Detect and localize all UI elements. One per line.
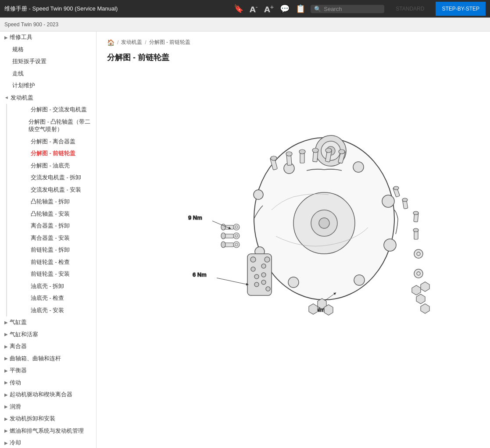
svg-text:9 Nm: 9 Nm bbox=[188, 214, 202, 221]
sidebar-item-label: 规格 bbox=[12, 46, 24, 54]
sidebar-item-26[interactable]: ▶曲轴箱、曲轴和连杆 bbox=[0, 353, 96, 365]
sidebar-item-label: 扭矩扳手设置 bbox=[12, 58, 46, 66]
sidebar-item-15[interactable]: 离合器盖 - 拆卸 bbox=[6, 220, 96, 232]
sidebar-item-25[interactable]: ▶离合器 bbox=[0, 341, 96, 353]
svg-point-60 bbox=[271, 156, 277, 160]
search-input[interactable] bbox=[324, 6, 381, 12]
note-icon[interactable]: 📋 bbox=[296, 4, 305, 14]
app-title: 维修手册 - Speed Twin 900 (Service Manual) bbox=[4, 5, 229, 13]
chevron-icon: ▶ bbox=[4, 404, 8, 410]
sidebar-item-label: 起动机驱动和楔块离合器 bbox=[10, 391, 72, 399]
svg-point-3 bbox=[319, 218, 329, 228]
bookmark-icon[interactable]: 🔖 bbox=[234, 4, 243, 14]
breadcrumb-engine-cover[interactable]: 发动机盖 bbox=[121, 39, 142, 46]
sidebar-item-label: 走线 bbox=[12, 70, 24, 78]
sidebar-item-3[interactable]: 走线 bbox=[0, 68, 96, 80]
svg-marker-26 bbox=[416, 294, 425, 304]
sidebar-item-label: 气缸盖 bbox=[10, 319, 27, 327]
sidebar-item-11[interactable]: 交流发电机盖 - 拆卸 bbox=[6, 172, 96, 184]
breadcrumb: 🏠 / 发动机盖 / 分解图 - 前链轮盖 bbox=[107, 39, 479, 46]
svg-line-55 bbox=[217, 278, 247, 284]
svg-marker-27 bbox=[421, 304, 429, 313]
sidebar-item-label: 传动 bbox=[10, 379, 21, 387]
sidebar-item-label: 凸轮轴盖 - 安装 bbox=[31, 210, 70, 218]
svg-point-7 bbox=[384, 239, 396, 251]
text-decrease-icon[interactable]: 𝗔- bbox=[250, 3, 258, 14]
breadcrumb-current[interactable]: 分解图 - 前链轮盖 bbox=[149, 39, 191, 46]
sidebar-item-6[interactable]: 分解图 - 交流发电机盖 bbox=[6, 104, 96, 116]
sidebar-item-4[interactable]: 计划维护 bbox=[0, 80, 96, 92]
standard-mode-button[interactable]: STANDARD bbox=[390, 2, 430, 16]
sidebar-item-30[interactable]: ▶润滑 bbox=[0, 401, 96, 413]
sidebar-item-16[interactable]: 离合器盖 - 安装 bbox=[6, 232, 96, 245]
svg-point-68 bbox=[325, 148, 332, 153]
chevron-icon: ▶ bbox=[4, 416, 8, 422]
sidebar-item-19[interactable]: 前链轮盖 - 安装 bbox=[6, 268, 96, 281]
sidebar-item-28[interactable]: ▶传动 bbox=[0, 377, 96, 389]
svg-point-8 bbox=[354, 275, 365, 285]
text-increase-icon[interactable]: 𝗔+ bbox=[264, 3, 274, 14]
sidebar-item-5[interactable]: ▼发动机盖 bbox=[0, 92, 96, 104]
topbar-icons: 🔖 𝗔- 𝗔+ 💬 📋 bbox=[234, 3, 306, 14]
sidebar-item-label: 分解图 - 凸轮轴盖（带二级空气喷射） bbox=[29, 118, 93, 134]
breadcrumb-home[interactable]: 🏠 bbox=[107, 39, 114, 46]
svg-point-49 bbox=[233, 233, 240, 239]
svg-marker-25 bbox=[421, 282, 429, 292]
svg-point-38 bbox=[261, 273, 266, 277]
sidebar-item-0[interactable]: ▶维修工具 bbox=[0, 32, 96, 44]
exploded-diagram: 9 Nm 6 Nm 9 Nm bbox=[136, 83, 451, 355]
sidebar-item-32[interactable]: ▶燃油和排气系统与发动机管理 bbox=[0, 425, 96, 437]
sidebar-item-21[interactable]: 油底壳 - 检查 bbox=[6, 292, 96, 305]
sidebar-item-14[interactable]: 凸轮轴盖 - 安装 bbox=[6, 208, 96, 220]
svg-point-13 bbox=[393, 186, 399, 190]
stepbystep-mode-button[interactable]: STEP-BY-STEP bbox=[436, 2, 486, 16]
sidebar-item-label: 离合器盖 - 安装 bbox=[31, 235, 70, 242]
sidebar-item-label: 发动机盖 bbox=[11, 94, 33, 102]
sidebar-item-7[interactable]: 分解图 - 凸轮轴盖（带二级空气喷射） bbox=[6, 116, 96, 136]
svg-point-39 bbox=[261, 280, 266, 284]
svg-point-44 bbox=[221, 233, 225, 239]
svg-point-64 bbox=[299, 149, 305, 154]
sidebar-item-label: 分解图 - 离合器盖 bbox=[31, 138, 75, 146]
sidebar-item-label: 平衡器 bbox=[10, 367, 27, 375]
svg-point-5 bbox=[353, 162, 364, 172]
sidebar-item-2[interactable]: 扭矩扳手设置 bbox=[0, 56, 96, 68]
svg-marker-73 bbox=[324, 305, 333, 315]
svg-point-32 bbox=[250, 257, 256, 262]
sidebar-item-label: 气缸和活塞 bbox=[10, 331, 38, 339]
chevron-icon: ▶ bbox=[4, 320, 8, 326]
sidebar-item-label: 凸轮轴盖 - 拆卸 bbox=[31, 198, 70, 206]
sidebar-item-24[interactable]: ▶气缸和活塞 bbox=[0, 329, 96, 341]
sidebar-item-label: 交流发电机盖 - 拆卸 bbox=[31, 174, 81, 182]
sidebar-item-33[interactable]: ▶冷却 bbox=[0, 437, 96, 448]
sidebar-item-9[interactable]: 分解图 - 前链轮盖 bbox=[6, 148, 96, 160]
doc-subtitle: Speed Twin 900 - 2023 bbox=[4, 21, 486, 28]
sidebar-item-10[interactable]: 分解图 - 油底壳 bbox=[6, 160, 96, 172]
sidebar-item-29[interactable]: ▶起动机驱动和楔块离合器 bbox=[0, 389, 96, 401]
chevron-icon: ▶ bbox=[4, 392, 8, 398]
svg-point-62 bbox=[286, 152, 292, 156]
svg-point-22 bbox=[414, 269, 423, 278]
sidebar-item-12[interactable]: 交流发电机盖 - 安装 bbox=[6, 184, 96, 196]
sidebar-item-17[interactable]: 前链轮盖 - 拆卸 bbox=[6, 244, 96, 256]
sidebar-item-label: 前链轮盖 - 检查 bbox=[31, 259, 70, 267]
chevron-icon: ▶ bbox=[4, 331, 8, 338]
sidebar-item-27[interactable]: ▶平衡器 bbox=[0, 365, 96, 377]
svg-point-15 bbox=[402, 198, 408, 202]
svg-point-47 bbox=[233, 224, 240, 230]
chevron-icon: ▶ bbox=[4, 368, 8, 374]
sidebar-item-22[interactable]: 油底壳 - 安装 bbox=[6, 305, 96, 317]
sidebar-item-8[interactable]: 分解图 - 离合器盖 bbox=[6, 136, 96, 148]
sidebar-item-1[interactable]: 规格 bbox=[0, 44, 96, 56]
comment-icon[interactable]: 💬 bbox=[280, 4, 290, 14]
svg-point-6 bbox=[382, 195, 394, 207]
sidebar-item-20[interactable]: 油底壳 - 拆卸 bbox=[6, 281, 96, 293]
svg-point-11 bbox=[254, 190, 263, 199]
sidebar-item-13[interactable]: 凸轮轴盖 - 拆卸 bbox=[6, 196, 96, 208]
search-box: 🔍 bbox=[311, 5, 384, 13]
svg-point-34 bbox=[251, 267, 255, 271]
sidebar-item-31[interactable]: ▶发动机拆卸和安装 bbox=[0, 413, 96, 425]
sidebar-item-18[interactable]: 前链轮盖 - 检查 bbox=[6, 256, 96, 269]
svg-point-51 bbox=[233, 242, 240, 248]
sidebar-item-23[interactable]: ▶气缸盖 bbox=[0, 316, 96, 329]
